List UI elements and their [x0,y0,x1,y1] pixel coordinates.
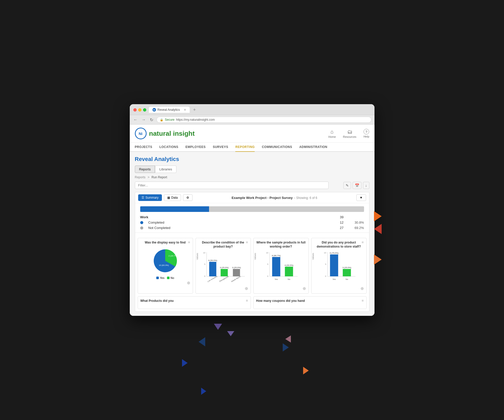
home-action[interactable]: ⌂ Home [328,129,336,138]
work-value: 39 [333,215,344,219]
svg-text:3 (25.0%): 3 (25.0%) [220,266,229,269]
browser-addressbar: ← → ↻ 🔒 Secure https://my.naturalinsight… [130,115,374,125]
close-button[interactable] [133,108,137,112]
axis-label-2: Values [196,253,199,260]
summary-icon: ☰ [141,196,144,199]
stub-menu-icon-1[interactable]: ≡ [246,299,248,303]
filter-actions: ✎ 📅 ↓ [343,182,369,189]
stats-table: Work 39 Completed 12 30.8% [140,214,364,231]
summary-view-btn[interactable]: ☰ Summary [138,194,162,201]
report-showing: Showing: 6 of 6 [296,196,317,200]
header-actions: ⌂ Home 🗂 Resources ? Help [328,129,369,138]
arrow-right-navy [283,343,289,351]
site-header: Ni natural insight ⌂ Home 🗂 Resources ? … [130,125,374,143]
arrow-right-blue-bottom2 [201,388,206,395]
svg-text:6 (50.0%): 6 (50.0%) [208,259,217,262]
reload-button[interactable]: ↻ [149,117,154,122]
card-bottom-3: ⊕ [256,286,306,291]
maximize-button[interactable] [143,108,146,112]
nav-item-administration[interactable]: ADMINISTRATION [299,143,327,152]
filter-input[interactable] [135,182,329,189]
stats-row-not-completed: Not Completed 27 69.2% [140,225,364,231]
arrow-left-navy [199,337,205,346]
data-view-btn[interactable]: ▦ Data [164,194,181,201]
card-bottom-4: ⊕ [314,286,364,291]
breadcrumb-parent[interactable]: Reports [135,175,146,179]
nav-item-locations[interactable]: LOCATIONS [159,143,178,152]
chart-title-3: Where the sample products in full workin… [256,241,306,249]
chart-card-3: ≡ Where the sample products in full work… [253,238,309,293]
nav-item-surveys[interactable]: SURVEYS [213,143,228,152]
progress-bar [140,206,364,212]
url-bar[interactable]: 🔒 Secure https://my.naturalinsight.com [157,117,371,123]
page-content: Ni natural insight ⌂ Home 🗂 Resources ? … [130,125,374,316]
help-action[interactable]: ? Help [364,129,369,138]
download-button[interactable]: ↓ [363,182,369,189]
edit-button[interactable]: ✎ [343,182,351,189]
completed-dot [140,221,143,224]
chart-title-2: Describe the condition of the product ba… [198,241,248,249]
svg-text:Yes: Yes [274,278,278,280]
charts-area: ≡ Was the display easy to find [135,233,369,311]
completed-value: 12 [333,221,344,224]
nav-item-reporting[interactable]: REPORTING [235,143,255,152]
legend-dot-no [167,277,170,279]
url-address: https://my.naturalinsight.com [176,118,215,121]
zoom-icon-1[interactable]: ⊕ [187,280,190,285]
svg-text:0: 0 [325,275,326,277]
svg-text:10: 10 [266,252,268,254]
main-area: Reveal Analytics Reports Libraries Repor… [130,152,374,316]
minimize-button[interactable] [138,108,141,112]
collapse-btn[interactable]: ▼ [356,194,366,201]
tab-libraries[interactable]: Libraries [155,166,176,173]
svg-text:5: 5 [267,263,268,265]
help-label: Help [364,135,369,138]
zoom-icon-4[interactable]: ⊕ [360,286,364,291]
tab-favicon: Ni [152,108,156,112]
tab-reports[interactable]: Reports [135,166,155,173]
bar-2-1 [209,262,216,276]
pie-label-yes: 10 (83.3%) [159,264,169,266]
svg-text:3 (25.0%): 3 (25.0%) [342,266,351,269]
svg-text:Disorganized: Disorganized [219,275,229,282]
nav-item-employees[interactable]: EMPLOYEES [185,143,205,152]
stats-row-completed: Completed 12 30.8% [140,220,364,225]
card-menu-icon-3[interactable]: ≡ [304,240,306,244]
zoom-icon-3[interactable]: ⊕ [303,286,306,291]
not-completed-dot [140,226,143,229]
svg-text:10: 10 [203,252,205,254]
report-toolbar: ☰ Summary ▦ Data ⚙ Example Work Project … [135,192,369,203]
browser-tab[interactable]: Ni Reveal Analytics ✕ [149,107,190,113]
not-completed-value: 27 [333,226,344,230]
card-menu-icon-2[interactable]: ≡ [246,240,248,244]
nav-item-projects[interactable]: PROJECTS [135,143,152,152]
card-menu-icon-1[interactable]: ≡ [188,240,190,244]
card-menu-icon-4[interactable]: ≡ [361,240,364,244]
completed-pct: 30.8% [349,221,364,224]
bar-chart-3-wrapper: Values 10 5 0 8 ( [256,251,306,285]
settings-view-btn[interactable]: ⚙ [183,194,192,201]
svg-text:0: 0 [267,275,268,277]
stub-menu-icon-2[interactable]: ≡ [361,299,364,303]
charts-grid: ≡ Was the display easy to find [138,238,367,293]
arrow-down-purple [214,324,222,330]
resources-action[interactable]: 🗂 Resources [343,129,356,138]
new-tab-button[interactable]: + [192,107,197,113]
breadcrumb-separator: > [148,175,149,179]
pie-chart-wrapper: 2 (16.7%) 10 (83.3%) Yes [140,247,190,279]
bar-4-yes [330,254,338,276]
breadcrumb-current: Run Report [151,175,167,179]
logo-brand: natural insight [149,130,195,138]
nav-item-communications[interactable]: COMMUNICATIONS [262,143,292,152]
zoom-icon-2[interactable]: ⊕ [245,286,248,291]
bar-2-3 [233,269,240,276]
legend-label-yes: Yes [160,276,164,279]
back-button[interactable]: ← [133,117,138,122]
bar-2-2 [221,269,228,276]
screen-wrapper: Ni Reveal Analytics ✕ + ← → ↻ 🔒 Secure h… [130,104,374,316]
completed-label: Completed [148,221,328,224]
tab-close-button[interactable]: ✕ [184,108,186,112]
browser-window: Ni Reveal Analytics ✕ + ← → ↻ 🔒 Secure h… [130,104,374,316]
forward-button[interactable]: → [141,117,147,122]
calendar-button[interactable]: 📅 [353,182,361,189]
